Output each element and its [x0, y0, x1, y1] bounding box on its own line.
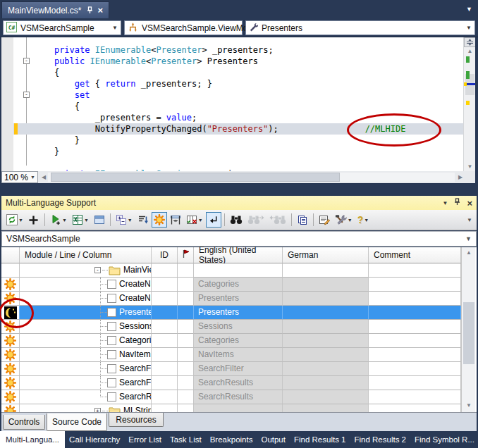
column-header-module[interactable]: Module / Line / Column	[20, 247, 152, 263]
close-icon[interactable]: ×	[467, 198, 472, 209]
scroll-up-icon[interactable]: ▲	[462, 249, 476, 257]
cell-comment[interactable]	[369, 390, 461, 404]
window-tab-output[interactable]: Output	[257, 431, 290, 448]
window-tab-find-symbol-r-[interactable]: Find Symbol R...	[410, 431, 478, 448]
toolbar-sort-rows-button[interactable]	[135, 212, 151, 228]
chevron-down-icon[interactable]: ▼	[128, 218, 133, 223]
cell-english[interactable]: SearchResults	[194, 390, 283, 404]
cell-id[interactable]	[152, 348, 178, 362]
table-row[interactable]: Sessions+6Sessions	[1, 320, 461, 334]
row-checkbox[interactable]	[107, 294, 116, 303]
code-line[interactable]: }	[13, 146, 463, 157]
scroll-down-icon[interactable]: ▼	[464, 163, 476, 171]
table-row[interactable]: SearchFilter+7SearchResults	[1, 376, 461, 390]
chevron-down-icon[interactable]: ▼	[466, 25, 472, 31]
table-row[interactable]: CreateNavigation+8Presenters	[1, 292, 461, 306]
table-row[interactable]: Categories+6Categories	[1, 334, 461, 348]
cell-module[interactable]: CreateNavigation+8	[20, 292, 152, 306]
code-text-area[interactable]: private IEnumerable<Presenter> _presente…	[13, 33, 463, 180]
window-tab-multi-langua-[interactable]: Multi-Langua...	[0, 431, 65, 448]
cell-comment[interactable]	[369, 306, 461, 320]
grid-vertical-scrollbar[interactable]: ▲ ▼	[461, 247, 475, 412]
cell-english[interactable]: Categories	[194, 334, 283, 348]
cell-module[interactable]: CreateNavigation+4	[20, 278, 152, 292]
cell-flag[interactable]	[178, 362, 194, 376]
table-row[interactable]: CreateNavigation+4Categories	[1, 278, 461, 292]
column-header-gutter[interactable]	[1, 247, 20, 263]
toolbar-find-previous-button[interactable]	[267, 212, 288, 228]
cell-english[interactable]: SearchFilter	[194, 362, 283, 376]
scroll-right-icon[interactable]: ▶	[456, 173, 465, 182]
toolbar-form-view-button[interactable]	[92, 212, 107, 228]
chevron-down-icon[interactable]: ▼	[62, 218, 67, 223]
window-tab-breakpoints[interactable]: Breakpoints	[206, 431, 257, 448]
cell-flag[interactable]	[178, 278, 194, 292]
column-header-id[interactable]: ID	[152, 247, 178, 263]
code-line[interactable]: {	[13, 67, 463, 78]
code-line[interactable]: set	[13, 89, 463, 101]
table-row[interactable]: Presenters+6Presenters	[1, 306, 461, 320]
chevron-down-icon[interactable]: ▼	[112, 25, 118, 31]
cell-id[interactable]	[152, 320, 178, 334]
toolbar-export-excel-button[interactable]: ▼	[70, 212, 91, 228]
chevron-down-icon[interactable]: ▼	[198, 218, 203, 223]
toolbar-show-state-button[interactable]	[152, 212, 167, 228]
cell-id[interactable]	[152, 278, 178, 292]
cell-comment[interactable]	[369, 292, 461, 306]
table-row[interactable]: -MainViewModel.cs	[1, 263, 461, 278]
cell-english[interactable]: NavItems	[194, 348, 283, 362]
chevron-down-icon[interactable]: ▼	[465, 235, 472, 242]
row-checkbox[interactable]	[107, 308, 116, 317]
cell-flag[interactable]	[178, 404, 194, 412]
tab-list-chevron-icon[interactable]: ▼	[466, 6, 472, 13]
table-row[interactable]: +MLString.cs	[1, 404, 461, 412]
highlighted-code-line[interactable]: NotifyPropertyChanged("Presenters"); //M…	[13, 123, 463, 135]
cell-module[interactable]: -MainViewModel.cs	[20, 263, 152, 278]
cell-comment[interactable]	[369, 376, 461, 390]
window-tab-call-hierarchy[interactable]: Call Hierarchy	[65, 431, 124, 448]
toolbar-help-button[interactable]: ?▼	[355, 212, 372, 228]
cell-module[interactable]: Categories+6	[20, 334, 152, 348]
cell-german[interactable]	[283, 390, 369, 404]
toolbar-expand-collapse-button[interactable]: ▼	[114, 212, 135, 228]
cell-flag[interactable]	[178, 334, 194, 348]
panel-tab-controls[interactable]: Controls	[3, 415, 45, 430]
code-editor[interactable]: private IEnumerable<Presenter> _presente…	[0, 37, 478, 183]
cell-comment[interactable]	[369, 263, 461, 278]
window-tab-find-results-1[interactable]: Find Results 1	[290, 431, 350, 448]
splitter-grip-icon[interactable]	[464, 37, 476, 47]
cell-id[interactable]	[152, 263, 178, 278]
window-menu-icon[interactable]: ▼	[442, 200, 448, 206]
tree-expand-toggle[interactable]: -	[94, 267, 101, 273]
cell-flag[interactable]	[178, 306, 194, 320]
cell-german[interactable]	[283, 306, 369, 320]
breakpoint-margin[interactable]	[1, 37, 13, 171]
cell-german[interactable]	[283, 292, 369, 306]
cell-english[interactable]: Sessions	[194, 320, 283, 334]
cell-module[interactable]: +MLString.cs	[20, 404, 152, 412]
toolbar-column-width-button[interactable]	[168, 212, 183, 228]
toolbar-tools-button[interactable]: ▼	[333, 212, 355, 228]
panel-tab-source-code[interactable]: Source Code	[47, 413, 107, 431]
cell-module[interactable]: Sessions+6	[20, 320, 152, 334]
row-checkbox[interactable]	[107, 378, 116, 387]
cell-id[interactable]	[152, 390, 178, 404]
code-line[interactable]: _presenters = value;	[13, 112, 463, 123]
toolbar-add-button[interactable]	[26, 212, 42, 228]
window-tab-error-list[interactable]: Error List	[124, 431, 166, 448]
scroll-down-icon[interactable]: ▼	[462, 402, 476, 410]
cell-flag[interactable]	[178, 348, 194, 362]
cell-english[interactable]: Presenters	[194, 292, 283, 306]
column-header-comment[interactable]: Comment	[369, 247, 461, 263]
cell-german[interactable]	[283, 348, 369, 362]
fold-toggle[interactable]: -	[23, 92, 30, 98]
cell-module[interactable]: SearchResults+6	[20, 390, 152, 404]
cell-id[interactable]	[152, 376, 178, 390]
cell-id[interactable]	[152, 362, 178, 376]
cell-english[interactable]: Presenters	[194, 306, 283, 320]
cell-german[interactable]	[283, 263, 369, 278]
pin-icon[interactable]	[87, 6, 93, 14]
code-line[interactable]: get { return _presenters; }	[13, 78, 463, 89]
cell-id[interactable]	[152, 306, 178, 320]
cell-id[interactable]	[152, 404, 178, 412]
